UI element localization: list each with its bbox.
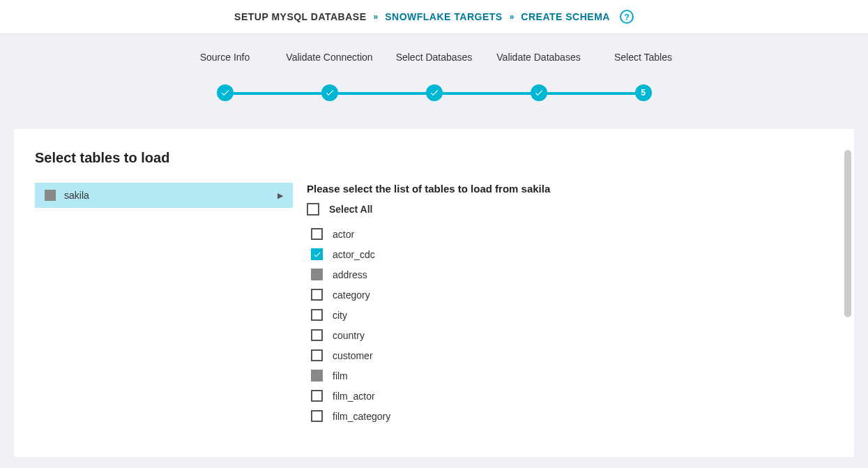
table-row[interactable]: address	[311, 269, 847, 280]
check-icon	[426, 84, 443, 101]
table-row[interactable]: actor	[311, 228, 847, 240]
checkbox-unchecked-icon[interactable]	[311, 390, 323, 402]
checkbox-unchecked-icon[interactable]	[311, 228, 323, 240]
checkbox-unchecked-icon[interactable]	[311, 289, 323, 301]
chevron-right-icon: »	[374, 12, 379, 22]
table-name: city	[333, 310, 347, 321]
table-name: actor_cdc	[333, 249, 375, 260]
select-tables-card: Select tables to load sakila ▶ Please se…	[14, 129, 854, 457]
card-title: Select tables to load	[35, 150, 847, 166]
step-number: 5	[635, 84, 652, 101]
table-row[interactable]: actor_cdc	[311, 248, 847, 260]
table-panel: Please select the list of tables to load…	[307, 183, 847, 422]
table-name: film_actor	[333, 391, 375, 402]
checkbox-unchecked-icon[interactable]	[311, 410, 323, 422]
checkbox-indeterminate-icon[interactable]	[311, 370, 323, 382]
chevron-right-icon: »	[510, 12, 515, 22]
checkbox-unchecked-icon[interactable]	[311, 349, 323, 361]
table-row[interactable]: film	[311, 370, 847, 382]
checkbox-unchecked-icon[interactable]	[311, 309, 323, 321]
caret-right-icon: ▶	[277, 191, 283, 200]
database-name: sakila	[64, 190, 89, 201]
checkbox-indeterminate-icon[interactable]	[311, 269, 323, 280]
breadcrumb-create-schema[interactable]: CREATE SCHEMA	[521, 11, 610, 22]
table-list: Select All actoractor_cdcaddresscategory…	[307, 203, 847, 422]
table-row[interactable]: category	[311, 289, 847, 301]
help-icon[interactable]: ?	[620, 10, 634, 24]
check-icon	[321, 84, 338, 101]
table-name: customer	[333, 350, 373, 361]
table-name: actor	[333, 229, 354, 240]
check-icon	[531, 84, 547, 101]
breadcrumb-snowflake-targets[interactable]: SNOWFLAKE TARGETS	[385, 11, 502, 22]
scrollbar[interactable]	[844, 150, 851, 317]
table-name: film_category	[333, 411, 390, 422]
check-icon	[217, 84, 234, 101]
breadcrumb-setup-mysql[interactable]: SETUP MYSQL DATABASE	[234, 11, 366, 22]
table-name: category	[333, 289, 370, 301]
table-name: country	[333, 330, 365, 341]
table-name: film	[333, 370, 348, 382]
table-row[interactable]: city	[311, 309, 847, 321]
step-source-info: Source Info	[173, 51, 277, 101]
checkbox-checked-icon[interactable]	[311, 248, 323, 260]
database-list: sakila ▶	[35, 183, 293, 422]
table-row[interactable]: film_category	[311, 410, 847, 422]
checkbox-unchecked-icon[interactable]	[311, 329, 323, 341]
checkbox-indeterminate-icon[interactable]	[45, 190, 56, 201]
progress-stepper: Source Info Validate Connection Select D…	[0, 34, 868, 129]
select-all-label: Select All	[329, 204, 373, 215]
table-row[interactable]: customer	[311, 349, 847, 361]
table-row[interactable]: film_actor	[311, 390, 847, 402]
checkbox-unchecked-icon[interactable]	[307, 203, 319, 216]
breadcrumb: SETUP MYSQL DATABASE » SNOWFLAKE TARGETS…	[0, 0, 868, 34]
table-prompt: Please select the list of tables to load…	[307, 183, 847, 195]
database-item-sakila[interactable]: sakila ▶	[35, 183, 293, 208]
select-all-row[interactable]: Select All	[307, 203, 847, 216]
table-name: address	[333, 269, 367, 280]
table-row[interactable]: country	[311, 329, 847, 341]
